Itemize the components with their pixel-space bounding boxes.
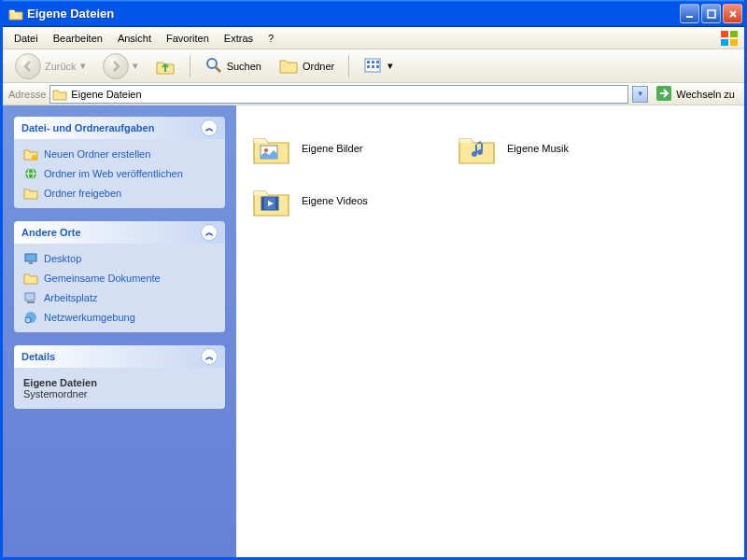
svg-rect-3 xyxy=(730,31,738,37)
dropdown-icon: ▾ xyxy=(388,60,393,72)
minimize-button[interactable] xyxy=(680,4,699,23)
panel-body: Neuen Ordner erstellen Ordner im Web ver… xyxy=(14,139,225,208)
folders-label: Ordner xyxy=(303,61,334,72)
svg-rect-19 xyxy=(29,262,33,264)
svg-rect-1 xyxy=(708,10,715,18)
globe-icon xyxy=(23,166,38,181)
details-name: Eigene Dateien xyxy=(23,377,216,388)
views-icon xyxy=(363,57,384,76)
svg-rect-21 xyxy=(27,301,35,303)
pictures-folder-icon xyxy=(251,130,292,167)
file-tasks-panel: Datei- und Ordneraufgaben ︽ Neuen Ordner… xyxy=(14,117,225,208)
folders-button[interactable]: Ordner xyxy=(272,52,341,80)
search-label: Suchen xyxy=(227,61,261,72)
forward-button[interactable]: ▾ xyxy=(96,49,145,83)
details-type: Systemordner xyxy=(23,388,216,399)
dropdown-icon: ▾ xyxy=(80,60,86,72)
svg-rect-4 xyxy=(721,39,728,46)
menu-file[interactable]: Datei xyxy=(7,30,46,47)
search-button[interactable]: Suchen xyxy=(198,52,268,80)
separator xyxy=(190,55,190,77)
svg-rect-27 xyxy=(261,197,264,210)
svg-rect-28 xyxy=(275,197,278,210)
new-folder-link[interactable]: Neuen Ordner erstellen xyxy=(23,147,216,161)
address-label: Adresse xyxy=(8,89,46,100)
my-computer-link[interactable]: Arbeitsplatz xyxy=(23,290,216,305)
network-icon xyxy=(23,310,38,325)
folder-videos[interactable]: Eigene Videos xyxy=(247,175,453,227)
folder-icon xyxy=(52,87,67,102)
other-places-panel: Andere Orte ︽ Desktop Gemeinsame Dokumen… xyxy=(14,221,225,332)
shared-docs-link[interactable]: Gemeinsame Dokumente xyxy=(23,271,216,286)
titlebar: Eigene Dateien xyxy=(3,0,744,27)
videos-folder-icon xyxy=(251,182,292,219)
panel-header[interactable]: Andere Orte ︽ xyxy=(14,221,225,244)
window-controls xyxy=(680,4,742,23)
address-dropdown-button[interactable]: ▼ xyxy=(632,86,648,103)
folder-label: Eigene Bilder xyxy=(302,143,362,154)
svg-point-23 xyxy=(25,317,31,323)
svg-rect-5 xyxy=(730,39,738,46)
desktop-icon xyxy=(23,251,38,266)
panel-body: Eigene Dateien Systemordner xyxy=(14,368,225,409)
network-link[interactable]: Netzwerkumgebung xyxy=(23,310,216,325)
svg-rect-11 xyxy=(367,65,370,68)
up-folder-icon xyxy=(155,55,176,77)
address-value: Eigene Dateien xyxy=(71,89,141,100)
file-list-pane[interactable]: Eigene Bilder Eigene Musik Eigene Videos xyxy=(236,105,744,557)
svg-rect-0 xyxy=(686,16,693,18)
search-icon xyxy=(204,56,223,77)
collapse-icon: ︽ xyxy=(201,119,218,136)
folder-pictures[interactable]: Eigene Bilder xyxy=(247,122,453,175)
svg-rect-20 xyxy=(25,293,35,301)
desktop-link[interactable]: Desktop xyxy=(23,251,216,266)
menu-favorites[interactable]: Favoriten xyxy=(159,30,217,47)
chevron-down-icon: ▼ xyxy=(637,90,644,98)
forward-arrow-icon xyxy=(103,53,129,79)
back-label: Zurück xyxy=(45,61,77,72)
menu-extras[interactable]: Extras xyxy=(217,30,261,47)
computer-icon xyxy=(23,290,38,305)
close-button[interactable] xyxy=(723,4,742,23)
panel-title: Andere Orte xyxy=(21,227,81,238)
panel-header[interactable]: Details ︽ xyxy=(14,345,225,368)
task-sidebar: Datei- und Ordneraufgaben ︽ Neuen Ordner… xyxy=(3,105,236,557)
panel-title: Details xyxy=(21,351,55,362)
collapse-icon: ︽ xyxy=(201,348,218,365)
svg-rect-10 xyxy=(376,61,379,63)
folder-icon xyxy=(8,7,23,21)
svg-rect-8 xyxy=(367,61,370,63)
folder-music[interactable]: Eigene Musik xyxy=(453,122,658,175)
menubar: Datei Bearbeiten Ansicht Favoriten Extra… xyxy=(3,27,744,49)
menu-view[interactable]: Ansicht xyxy=(110,30,159,47)
share-folder-icon xyxy=(23,186,38,201)
explorer-window: Eigene Dateien Datei Bearbeiten Ansicht … xyxy=(0,0,747,560)
windows-flag-icon xyxy=(720,29,740,57)
go-button[interactable]: Wechseln zu xyxy=(652,83,739,105)
window-title: Eigene Dateien xyxy=(27,7,680,21)
collapse-icon: ︽ xyxy=(201,224,218,241)
panel-header[interactable]: Datei- und Ordneraufgaben ︽ xyxy=(14,117,225,139)
new-folder-icon xyxy=(23,147,38,161)
svg-rect-13 xyxy=(376,65,379,68)
toolbar: Zurück ▾ ▾ Suchen Ordner ▾ xyxy=(3,49,744,83)
address-bar: Adresse Eigene Dateien ▼ Wechseln zu xyxy=(3,83,744,105)
back-button[interactable]: Zurück ▾ xyxy=(8,49,92,83)
menu-edit[interactable]: Bearbeiten xyxy=(46,30,110,47)
publish-web-link[interactable]: Ordner im Web veröffentlichen xyxy=(23,166,216,181)
maximize-button[interactable] xyxy=(701,4,721,23)
separator xyxy=(348,55,349,77)
menu-help[interactable]: ? xyxy=(261,30,281,47)
svg-rect-2 xyxy=(721,31,728,37)
folder-icon xyxy=(23,271,38,286)
svg-rect-18 xyxy=(25,254,36,261)
panel-body: Desktop Gemeinsame Dokumente Arbeitsplat… xyxy=(14,244,225,332)
svg-point-15 xyxy=(32,155,37,161)
address-input[interactable]: Eigene Dateien xyxy=(49,85,628,104)
svg-point-6 xyxy=(207,59,217,68)
folder-label: Eigene Videos xyxy=(302,195,368,206)
share-folder-link[interactable]: Ordner freigeben xyxy=(23,186,216,201)
back-arrow-icon xyxy=(15,53,41,79)
views-button[interactable]: ▾ xyxy=(357,53,400,79)
up-button[interactable] xyxy=(148,51,182,81)
